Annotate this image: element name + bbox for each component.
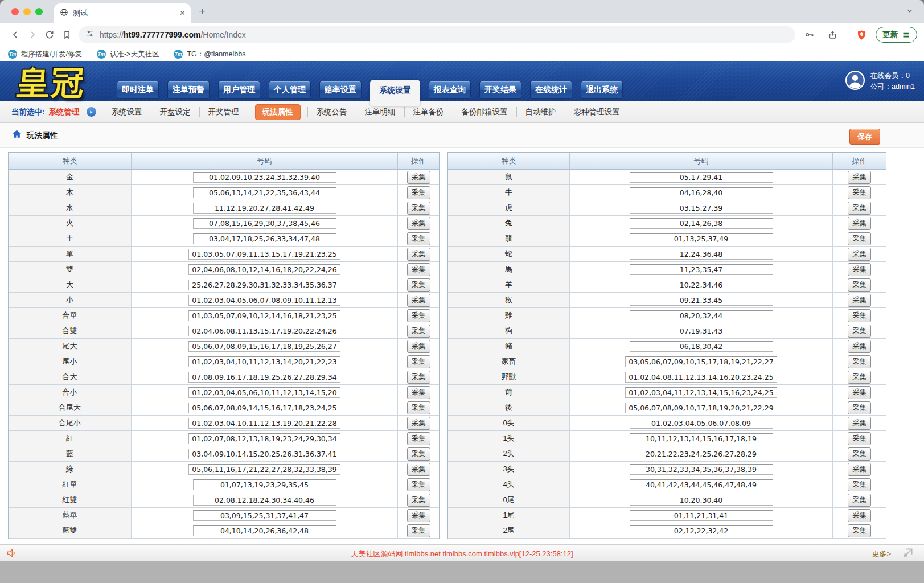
- collect-button[interactable]: 采集: [407, 509, 430, 522]
- numbers-input[interactable]: [188, 418, 340, 429]
- numbers-input[interactable]: [188, 356, 340, 367]
- collect-button[interactable]: 采集: [848, 417, 871, 430]
- collect-button[interactable]: 采集: [407, 401, 430, 414]
- collect-button[interactable]: 采集: [848, 432, 871, 445]
- bookmark-item[interactable]: Tm程序搭建/开发/修复: [8, 50, 82, 59]
- numbers-input[interactable]: [630, 464, 773, 475]
- numbers-input[interactable]: [193, 525, 336, 536]
- numbers-input[interactable]: [630, 326, 773, 336]
- numbers-input[interactable]: [630, 310, 773, 321]
- numbers-input[interactable]: [188, 264, 340, 275]
- numbers-input[interactable]: [630, 218, 773, 229]
- numbers-input[interactable]: [188, 295, 340, 306]
- subnav-item[interactable]: 自动维护: [525, 107, 556, 117]
- collect-button[interactable]: 采集: [848, 248, 871, 261]
- collect-button[interactable]: 采集: [848, 278, 871, 292]
- numbers-input[interactable]: [630, 479, 773, 490]
- numbers-input[interactable]: [188, 387, 340, 398]
- collect-button[interactable]: 采集: [848, 478, 871, 491]
- bookmark-item[interactable]: TmTG：@tianmeibbs: [174, 50, 245, 59]
- numbers-input[interactable]: [193, 203, 336, 214]
- numbers-input[interactable]: [188, 464, 340, 475]
- collect-button[interactable]: 采集: [848, 386, 871, 399]
- main-nav-tab[interactable]: 注单预警: [167, 81, 210, 99]
- numbers-input[interactable]: [188, 341, 340, 352]
- update-button[interactable]: 更新: [876, 27, 917, 43]
- subnav-item[interactable]: 系统公告: [317, 107, 347, 117]
- numbers-input[interactable]: [188, 449, 340, 459]
- numbers-input[interactable]: [630, 264, 773, 275]
- numbers-input[interactable]: [630, 433, 773, 444]
- tune-icon[interactable]: [85, 29, 95, 40]
- numbers-input[interactable]: [188, 310, 340, 321]
- collect-button[interactable]: 采集: [407, 355, 430, 368]
- back-icon[interactable]: [7, 26, 24, 43]
- numbers-input[interactable]: [630, 280, 773, 290]
- collect-button[interactable]: 采集: [848, 371, 871, 384]
- main-nav-tab[interactable]: 系统设置: [370, 80, 420, 106]
- numbers-input[interactable]: [630, 233, 773, 244]
- subnav-item[interactable]: 系统设置: [112, 107, 142, 117]
- collect-button[interactable]: 采集: [407, 217, 430, 230]
- collect-button[interactable]: 采集: [848, 447, 871, 461]
- expand-corner-icon[interactable]: [902, 547, 914, 561]
- numbers-input[interactable]: [193, 218, 336, 229]
- collect-button[interactable]: 采集: [407, 309, 430, 322]
- numbers-input[interactable]: [630, 510, 773, 521]
- collect-button[interactable]: 采集: [407, 232, 430, 245]
- close-tab-icon[interactable]: ×: [180, 9, 185, 18]
- collect-button[interactable]: 采集: [848, 524, 871, 537]
- collect-button[interactable]: 采集: [407, 386, 430, 399]
- subnav-item[interactable]: 注单备份: [413, 107, 444, 117]
- numbers-input[interactable]: [188, 372, 340, 383]
- more-link[interactable]: 更多>: [872, 549, 891, 559]
- save-button[interactable]: 保存: [849, 129, 880, 145]
- collect-button[interactable]: 采集: [407, 478, 430, 491]
- collect-button[interactable]: 采集: [407, 171, 430, 184]
- numbers-input[interactable]: [193, 479, 336, 490]
- collect-button[interactable]: 采集: [407, 202, 430, 215]
- numbers-input[interactable]: [193, 233, 336, 244]
- numbers-input[interactable]: [193, 187, 336, 198]
- bookmark-icon[interactable]: [58, 26, 75, 43]
- numbers-input[interactable]: [630, 341, 773, 352]
- collect-button[interactable]: 采集: [407, 278, 430, 292]
- collect-button[interactable]: 采集: [407, 432, 430, 445]
- collect-button[interactable]: 采集: [407, 263, 430, 276]
- collect-button[interactable]: 采集: [848, 355, 871, 368]
- share-icon[interactable]: [824, 26, 841, 43]
- collect-button[interactable]: 采集: [848, 263, 871, 276]
- subnav-item[interactable]: 备份邮箱设置: [462, 107, 508, 117]
- numbers-input[interactable]: [625, 372, 777, 383]
- key-icon[interactable]: [801, 26, 818, 43]
- close-window-button[interactable]: [11, 8, 19, 15]
- numbers-input[interactable]: [630, 495, 773, 506]
- subnav-item[interactable]: 注单明细: [365, 107, 396, 117]
- numbers-input[interactable]: [630, 525, 773, 536]
- collect-button[interactable]: 采集: [407, 340, 430, 353]
- collect-button[interactable]: 采集: [848, 186, 871, 199]
- main-nav-tab[interactable]: 用户管理: [218, 81, 260, 99]
- numbers-input[interactable]: [630, 172, 773, 183]
- brave-shield-icon[interactable]: [853, 26, 870, 43]
- numbers-input[interactable]: [188, 326, 340, 336]
- collect-button[interactable]: 采集: [407, 325, 430, 338]
- subnav-item[interactable]: 彩种管理设置: [574, 107, 620, 117]
- minimize-window-button[interactable]: [23, 8, 31, 15]
- numbers-input[interactable]: [625, 387, 777, 398]
- numbers-input[interactable]: [188, 280, 340, 290]
- numbers-input[interactable]: [630, 203, 773, 214]
- numbers-input[interactable]: [193, 172, 336, 183]
- collect-button[interactable]: 采集: [848, 325, 871, 338]
- main-nav-tab[interactable]: 即时注单: [117, 81, 159, 99]
- collect-button[interactable]: 采集: [848, 294, 871, 307]
- collect-button[interactable]: 采集: [848, 509, 871, 522]
- collect-button[interactable]: 采集: [407, 186, 430, 199]
- numbers-input[interactable]: [625, 356, 777, 367]
- numbers-input[interactable]: [630, 449, 773, 459]
- main-nav-tab[interactable]: 赔率设置: [319, 81, 362, 99]
- numbers-input[interactable]: [188, 433, 340, 444]
- collect-button[interactable]: 采集: [848, 340, 871, 353]
- numbers-input[interactable]: [625, 403, 777, 413]
- main-nav-tab[interactable]: 在线统计: [530, 81, 572, 99]
